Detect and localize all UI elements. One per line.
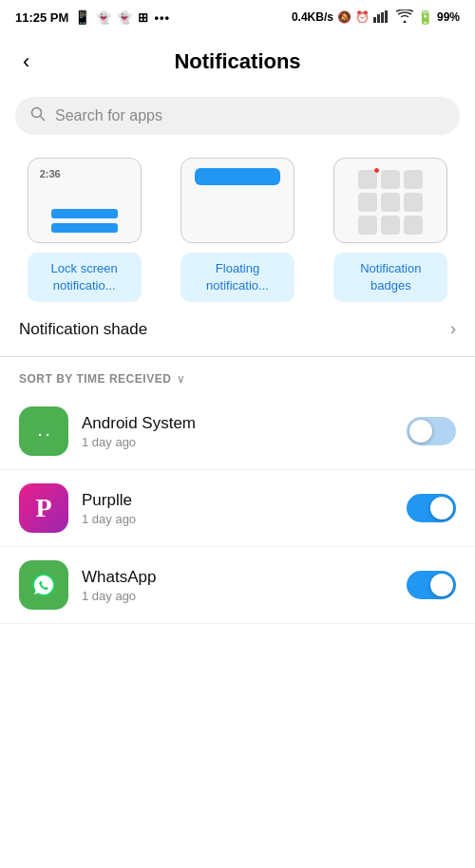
badge-card[interactable] <box>333 158 447 243</box>
signal-icon <box>373 9 392 26</box>
purplle-time: 1 day ago <box>82 512 393 526</box>
search-bar[interactable]: Search for apps <box>15 97 460 135</box>
badge-app-5 <box>381 193 400 212</box>
svg-rect-3 <box>385 10 388 23</box>
android-system-name: Android System <box>82 414 393 433</box>
more-icon: ••• <box>154 10 170 25</box>
back-button[interactable]: ‹ <box>15 46 37 78</box>
chevron-right-icon: › <box>450 319 456 339</box>
badge-app-grid <box>358 170 423 235</box>
badge-app-6 <box>404 193 423 212</box>
lock-screen-label[interactable]: Lock screen notificatio... <box>28 253 142 302</box>
android-system-info: Android System 1 day ago <box>82 414 393 449</box>
snapchat-icon: 👻 <box>96 10 111 25</box>
notif-shade-label: Notification shade <box>19 320 147 339</box>
mute-icon: 🔕 <box>337 10 352 24</box>
badge-app-4 <box>358 193 377 212</box>
network-speed: 0.4KB/s <box>292 10 333 24</box>
lock-time-label: 2:36 <box>40 168 61 179</box>
badge-item[interactable]: Notification badges <box>318 158 464 302</box>
page-title: Notifications <box>174 49 300 74</box>
sort-section[interactable]: SORT BY TIME RECEIVED ∨ <box>0 357 475 393</box>
status-time: 11:25 PM 📱 👻 👻 ⊞ ••• <box>15 9 170 25</box>
notif-types-section: 2:36 Lock screen notificatio... Floating… <box>0 150 475 302</box>
sort-chevron-icon: ∨ <box>177 372 185 386</box>
svg-line-5 <box>41 117 46 122</box>
svg-rect-8 <box>51 432 54 439</box>
lock-screen-item[interactable]: 2:36 Lock screen notificatio... <box>11 158 157 302</box>
svg-point-4 <box>32 108 42 118</box>
search-icon <box>30 106 46 125</box>
purplle-info: Purplle 1 day ago <box>82 491 393 526</box>
badge-app-1 <box>358 170 377 189</box>
battery-icon: 🔋 <box>417 9 433 25</box>
wifi-icon <box>396 9 413 26</box>
android-system-time: 1 day ago <box>82 435 393 449</box>
app-list: Android System 1 day ago P Purplle 1 day… <box>0 393 475 624</box>
grid-icon: ⊞ <box>138 10 148 25</box>
android-system-toggle-knob <box>409 420 432 443</box>
floating-item[interactable]: Floating notificatio... <box>164 158 310 302</box>
whatsapp-toggle-knob <box>430 574 453 596</box>
header: ‹ Notifications <box>0 34 475 89</box>
badge-app-3 <box>404 170 423 189</box>
lock-bar-2 <box>51 223 118 233</box>
svg-rect-0 <box>373 17 376 23</box>
badge-app-8 <box>381 216 400 235</box>
app-row-whatsapp: WhatsApp 1 day ago <box>0 547 475 624</box>
svg-rect-1 <box>377 14 380 23</box>
badge-app-2 <box>381 170 400 189</box>
whatsapp-app-icon <box>19 560 68 610</box>
floating-card[interactable] <box>180 158 294 243</box>
sort-label: SORT BY TIME RECEIVED <box>19 372 171 386</box>
snapchat2-icon: 👻 <box>117 10 132 25</box>
badge-label[interactable]: Notification badges <box>333 253 447 302</box>
badge-app-9 <box>404 216 423 235</box>
svg-point-9 <box>39 434 41 436</box>
purplle-name: Purplle <box>82 491 393 510</box>
lock-screen-card[interactable]: 2:36 <box>28 158 142 243</box>
purplle-icon: P <box>19 483 68 533</box>
float-notif-bar <box>195 168 280 185</box>
purplle-toggle[interactable] <box>407 494 456 522</box>
lock-bar-1 <box>51 209 118 218</box>
whatsapp-time: 1 day ago <box>82 589 393 603</box>
search-placeholder: Search for apps <box>55 107 162 124</box>
svg-point-10 <box>47 434 48 436</box>
time-label: 11:25 PM <box>15 10 68 25</box>
notif-shade-row[interactable]: Notification shade › <box>0 302 475 356</box>
app-row-android: Android System 1 day ago <box>0 393 475 470</box>
badge-app-7 <box>358 216 377 235</box>
status-right: 0.4KB/s 🔕 ⏰ 🔋 99% <box>292 9 460 26</box>
android-system-icon <box>19 406 68 456</box>
whatsapp-info: WhatsApp 1 day ago <box>82 568 393 603</box>
svg-rect-2 <box>381 12 384 23</box>
badge-dot <box>373 167 380 174</box>
purplle-toggle-knob <box>430 497 453 519</box>
battery-level: 99% <box>437 10 460 24</box>
whatsapp-icon: 📱 <box>74 9 90 25</box>
whatsapp-name: WhatsApp <box>82 568 393 587</box>
whatsapp-toggle[interactable] <box>407 571 456 599</box>
app-row-purplle: P Purplle 1 day ago <box>0 470 475 547</box>
svg-rect-7 <box>33 432 36 439</box>
android-system-toggle[interactable] <box>407 417 456 445</box>
alarm-icon: ⏰ <box>355 10 370 24</box>
status-bar: 11:25 PM 📱 👻 👻 ⊞ ••• 0.4KB/s 🔕 ⏰ 🔋 99% <box>0 0 475 34</box>
floating-label[interactable]: Floating notificatio... <box>180 253 294 302</box>
svg-rect-11 <box>37 426 50 428</box>
